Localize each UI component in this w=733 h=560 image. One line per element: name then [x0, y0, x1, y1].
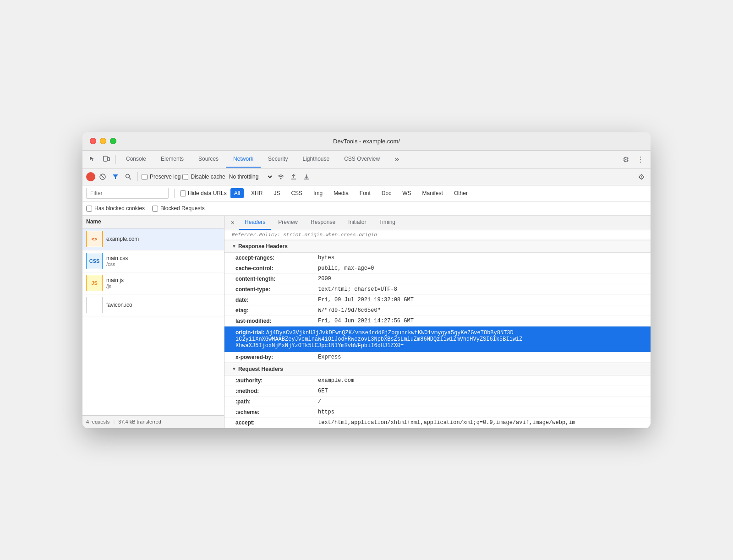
header-name: :scheme: — [235, 409, 318, 415]
list-item[interactable]: favicon.ico — [82, 294, 224, 316]
svg-marker-4 — [113, 174, 118, 179]
header-value: / — [318, 398, 321, 405]
svg-rect-1 — [108, 158, 109, 161]
collapse-triangle: ▼ — [232, 366, 236, 371]
filter-xhr-button[interactable]: XHR — [247, 188, 266, 198]
inspect-icon — [89, 156, 96, 163]
filter-js-button[interactable]: JS — [270, 188, 284, 198]
list-item[interactable]: CSS main.css /css — [82, 250, 224, 272]
filter-input[interactable] — [86, 188, 169, 199]
requests-column-name: Name — [86, 218, 101, 225]
wifi-icon-button[interactable] — [275, 171, 286, 182]
header-entry: :authority: example.com — [224, 375, 651, 386]
main-content: Name <> example.com CSS main.css /css — [82, 216, 651, 428]
requests-panel: Name <> example.com CSS main.css /css — [82, 216, 224, 428]
filter-font-button[interactable]: Font — [356, 188, 374, 198]
filter-all-button[interactable]: All — [230, 188, 244, 198]
header-entry: accept: text/html,application/xhtml+xml,… — [224, 418, 651, 428]
tab-timing[interactable]: Timing — [373, 216, 401, 230]
more-options-button[interactable]: ⋮ — [634, 153, 647, 166]
header-value: example.com — [318, 377, 354, 384]
device-icon — [103, 156, 110, 163]
top-toolbar: Console Elements Sources Network Securit… — [82, 151, 651, 169]
tab-console[interactable]: Console — [119, 151, 153, 168]
tab-preview[interactable]: Preview — [273, 216, 303, 230]
header-value: Express — [318, 354, 341, 360]
search-button[interactable] — [123, 171, 134, 182]
request-info: example.com — [106, 236, 220, 242]
footer-transfer: 37.4 kB transferred — [118, 419, 161, 424]
header-name: accept-ranges: — [235, 255, 318, 261]
header-entry: :scheme: https — [224, 407, 651, 418]
disable-cache-checkbox[interactable] — [182, 174, 188, 180]
origin-trial-value-2: iC2yiiXnXGwMAABZeyJvcmlnaW4iOiJodHRwczov… — [235, 336, 643, 343]
record-button[interactable] — [86, 172, 95, 181]
tab-headers[interactable]: Headers — [239, 216, 271, 230]
tab-network[interactable]: Network — [226, 151, 261, 168]
header-value: Fri, 09 Jul 2021 19:32:08 GMT — [318, 297, 414, 303]
tab-sources[interactable]: Sources — [191, 151, 226, 168]
tab-elements[interactable]: Elements — [153, 151, 191, 168]
settings-button[interactable]: ⚙ — [619, 153, 632, 166]
request-info: main.css /css — [106, 255, 220, 267]
response-headers-section[interactable]: ▼ Response Headers — [224, 240, 651, 253]
header-value: 2009 — [318, 276, 331, 282]
list-item[interactable]: JS main.js /js — [82, 272, 224, 294]
tab-initiator[interactable]: Initiator — [343, 216, 372, 230]
maximize-button[interactable] — [110, 138, 116, 144]
svg-point-5 — [126, 174, 130, 178]
upload-button[interactable] — [288, 171, 299, 182]
disable-cache-label[interactable]: Disable cache — [182, 174, 225, 180]
header-name: etag: — [235, 307, 318, 314]
origin-trial-name: origin-trial: — [235, 329, 266, 336]
blocked-requests-checkbox[interactable] — [152, 206, 158, 212]
wifi-icon — [277, 174, 284, 180]
upload-icon — [290, 174, 297, 180]
header-entry: last-modified: Fri, 04 Jun 2021 14:27:56… — [224, 316, 651, 326]
filter-css-button[interactable]: CSS — [287, 188, 306, 198]
close-button[interactable] — [90, 138, 96, 144]
header-value: text/html; charset=UTF-8 — [318, 286, 397, 293]
preserve-log-label[interactable]: Preserve log — [142, 174, 181, 180]
svg-line-6 — [129, 178, 131, 180]
tab-security[interactable]: Security — [261, 151, 295, 168]
filter-button[interactable] — [110, 171, 121, 182]
filter-doc-button[interactable]: Doc — [378, 188, 395, 198]
devtools-window: DevTools - example.com/ Console Elements — [82, 132, 651, 428]
devtools-container: Console Elements Sources Network Securit… — [82, 151, 651, 428]
hide-data-urls-label[interactable]: Hide data URLs — [180, 190, 227, 196]
header-value: bytes — [318, 255, 334, 261]
requests-footer: 4 requests | 37.4 kB transferred — [82, 415, 224, 428]
minimize-button[interactable] — [100, 138, 106, 144]
details-panel: × Headers Preview Response Initiator Tim… — [224, 216, 651, 428]
clear-button[interactable] — [97, 171, 108, 182]
header-value: text/html,application/xhtml+xml,applicat… — [318, 419, 575, 426]
filter-other-button[interactable]: Other — [450, 188, 471, 198]
request-info: favicon.ico — [106, 302, 220, 308]
request-headers-section[interactable]: ▼ Request Headers — [224, 363, 651, 375]
tab-overflow[interactable]: » — [387, 151, 406, 168]
preserve-log-checkbox[interactable] — [142, 174, 148, 180]
header-entry: accept-ranges: bytes — [224, 253, 651, 263]
inspect-element-button[interactable] — [86, 153, 99, 166]
header-name: cache-control: — [235, 265, 318, 272]
details-close-button[interactable]: × — [228, 218, 237, 227]
blocked-requests-label[interactable]: Blocked Requests — [152, 205, 205, 212]
has-blocked-cookies-label[interactable]: Has blocked cookies — [86, 205, 145, 212]
has-blocked-cookies-checkbox[interactable] — [86, 206, 92, 212]
download-button[interactable] — [301, 171, 312, 182]
header-name: content-length: — [235, 276, 318, 282]
filter-img-button[interactable]: Img — [310, 188, 326, 198]
hide-data-urls-checkbox[interactable] — [180, 190, 186, 196]
list-item[interactable]: <> example.com — [82, 228, 224, 250]
filter-manifest-button[interactable]: Manifest — [419, 188, 447, 198]
filter-media-button[interactable]: Media — [330, 188, 352, 198]
tab-css-overview[interactable]: CSS Overview — [337, 151, 387, 168]
throttle-select[interactable]: No throttling Fast 3G Slow 3G Offline — [227, 173, 274, 180]
tab-response[interactable]: Response — [305, 216, 341, 230]
net-separator-1 — [137, 172, 138, 181]
device-toolbar-button[interactable] — [100, 153, 113, 166]
network-settings-button[interactable]: ⚙ — [636, 171, 647, 182]
tab-lighthouse[interactable]: Lighthouse — [295, 151, 337, 168]
filter-ws-button[interactable]: WS — [399, 188, 415, 198]
